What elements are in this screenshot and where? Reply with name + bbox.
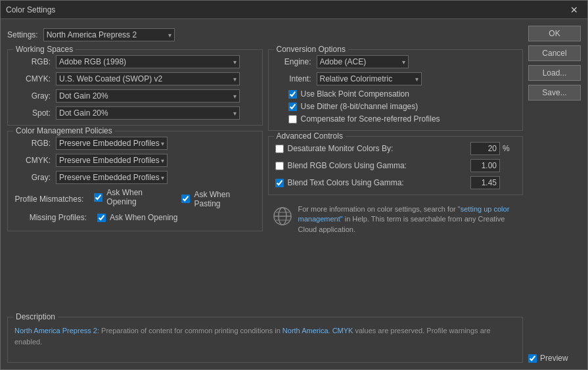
close-button[interactable]: ✕ bbox=[566, 3, 582, 16]
cm-cmyk-row: CMYK: Preserve Embedded Profiles bbox=[14, 154, 256, 167]
cancel-button[interactable]: Cancel bbox=[528, 45, 581, 61]
preview-checkbox[interactable] bbox=[528, 354, 537, 363]
ask-pasting-text: Ask When Pasting bbox=[194, 190, 255, 208]
blend-text-row: Blend Text Colors Using Gamma: bbox=[275, 176, 516, 189]
cm-gray-label: Gray: bbox=[14, 173, 51, 182]
missing-label: Missing Profiles: bbox=[14, 213, 87, 222]
dither-checkbox[interactable] bbox=[288, 103, 297, 111]
advanced-group: Advanced Controls Desaturate Monitor Col… bbox=[268, 136, 524, 195]
dialog-body: Settings: North America Prepress 2 Worki… bbox=[1, 19, 587, 369]
description-title: Description bbox=[13, 312, 58, 321]
color-management-title: Color Management Policies bbox=[13, 126, 115, 135]
ask-opening-mismatch-checkbox[interactable] bbox=[94, 193, 102, 202]
black-point-label: Use Black Point Compensation bbox=[301, 89, 409, 99]
ask-opening-mismatch-label[interactable]: Ask When Opening bbox=[94, 188, 171, 206]
missing-opening-text: Ask When Opening bbox=[110, 213, 177, 222]
info-box: For more information on color settings, … bbox=[268, 200, 524, 239]
scene-referred-row: Compensate for Scene-referred Profiles bbox=[288, 114, 516, 124]
spot-label: Spot: bbox=[14, 108, 51, 118]
blend-rgb-row: Blend RGB Colors Using Gamma: bbox=[275, 159, 516, 172]
cm-gray-select-wrapper: Preserve Embedded Profiles bbox=[56, 171, 168, 184]
cmyk-select[interactable]: U.S. Web Coated (SWOP) v2 bbox=[56, 72, 240, 85]
cm-rgb-select-wrapper: Preserve Embedded Profiles bbox=[56, 137, 168, 150]
blend-rgb-checkbox[interactable] bbox=[275, 162, 284, 170]
ask-pasting-label[interactable]: Ask When Pasting bbox=[181, 190, 255, 208]
description-box: Description North America Prepress 2: Pr… bbox=[7, 317, 523, 363]
dialog-title: Color Settings bbox=[6, 5, 55, 14]
ask-opening-mismatch-text: Ask When Opening bbox=[106, 188, 171, 206]
spot-select-wrapper: Dot Gain 20% bbox=[56, 106, 240, 120]
desaturate-row: Desaturate Monitor Colors By: % bbox=[275, 142, 516, 155]
cmyk-select-wrapper: U.S. Web Coated (SWOP) v2 bbox=[56, 72, 240, 85]
cm-cmyk-label: CMYK: bbox=[14, 156, 51, 165]
main-content: Settings: North America Prepress 2 Worki… bbox=[7, 26, 523, 363]
title-bar: Color Settings ✕ bbox=[1, 1, 587, 19]
gray-select-wrapper: Dot Gain 20% bbox=[56, 89, 240, 103]
working-spaces-title: Working Spaces bbox=[13, 45, 76, 54]
engine-label: Engine: bbox=[275, 57, 311, 66]
desaturate-unit: % bbox=[503, 144, 516, 153]
engine-select[interactable]: Adobe (ACE) bbox=[317, 55, 409, 68]
desaturate-input[interactable] bbox=[470, 142, 500, 155]
settings-select[interactable]: North America Prepress 2 bbox=[43, 28, 175, 41]
black-point-row: Use Black Point Compensation bbox=[288, 89, 516, 99]
missing-row: Missing Profiles: Ask When Opening bbox=[14, 213, 256, 222]
ok-button[interactable]: OK bbox=[528, 26, 581, 41]
cm-rgb-row: RGB: Preserve Embedded Profiles bbox=[14, 137, 256, 150]
cm-rgb-select[interactable]: Preserve Embedded Profiles bbox=[56, 137, 168, 150]
engine-row: Engine: Adobe (ACE) bbox=[275, 55, 516, 68]
load-button[interactable]: Load... bbox=[528, 65, 581, 81]
blend-text-input[interactable] bbox=[470, 176, 500, 189]
intent-select[interactable]: Relative Colorimetric bbox=[317, 72, 422, 85]
black-point-checkbox[interactable] bbox=[288, 90, 297, 99]
globe-icon bbox=[272, 206, 293, 227]
missing-opening-checkbox[interactable] bbox=[97, 214, 106, 222]
intent-select-wrapper: Relative Colorimetric bbox=[317, 72, 422, 85]
mismatch-row: Profile Mismatches: Ask When Opening Ask… bbox=[14, 188, 256, 210]
save-button[interactable]: Save... bbox=[528, 85, 581, 101]
preview-row: Preview bbox=[528, 354, 581, 363]
panel-right: Conversion Options Engine: Adobe (ACE) I… bbox=[268, 49, 524, 312]
gray-label: Gray: bbox=[14, 91, 51, 101]
settings-label: Settings: bbox=[7, 30, 38, 39]
gray-select[interactable]: Dot Gain 20% bbox=[56, 89, 240, 103]
panels-row: Working Spaces RGB: Adobe RGB (1998) CMY… bbox=[7, 49, 523, 312]
cm-gray-row: Gray: Preserve Embedded Profiles bbox=[14, 171, 256, 184]
panel-left: Working Spaces RGB: Adobe RGB (1998) CMY… bbox=[7, 49, 263, 312]
blend-rgb-input[interactable] bbox=[470, 159, 500, 172]
settings-row: Settings: North America Prepress 2 bbox=[7, 26, 523, 44]
sidebar-buttons: OK Cancel Load... Save... Preview bbox=[528, 26, 581, 363]
color-settings-dialog: Color Settings ✕ Settings: North America… bbox=[0, 0, 588, 370]
desaturate-label: Desaturate Monitor Colors By: bbox=[288, 144, 471, 153]
cm-gray-select[interactable]: Preserve Embedded Profiles bbox=[56, 171, 168, 184]
rgb-row: RGB: Adobe RGB (1998) bbox=[14, 55, 256, 68]
dither-row: Use Dither (8-bit/channel images) bbox=[288, 102, 516, 111]
spot-select[interactable]: Dot Gain 20% bbox=[56, 106, 240, 120]
advanced-title: Advanced Controls bbox=[274, 131, 346, 141]
rgb-select-wrapper: Adobe RGB (1998) bbox=[56, 55, 240, 68]
dither-label: Use Dither (8-bit/channel images) bbox=[301, 102, 418, 111]
cmyk-row: CMYK: U.S. Web Coated (SWOP) v2 bbox=[14, 72, 256, 85]
scene-referred-label: Compensate for Scene-referred Profiles bbox=[301, 114, 440, 124]
rgb-select[interactable]: Adobe RGB (1998) bbox=[56, 55, 240, 68]
conversion-title: Conversion Options bbox=[274, 45, 348, 54]
mismatch-label: Profile Mismatches: bbox=[14, 195, 83, 204]
cm-cmyk-select-wrapper: Preserve Embedded Profiles bbox=[56, 154, 168, 167]
scene-referred-checkbox[interactable] bbox=[288, 115, 297, 124]
cm-rgb-label: RGB: bbox=[14, 139, 51, 148]
info-text: For more information on color settings, … bbox=[298, 204, 520, 235]
engine-select-wrapper: Adobe (ACE) bbox=[317, 55, 409, 68]
ask-pasting-checkbox[interactable] bbox=[181, 195, 190, 203]
color-management-group: Color Management Policies RGB: Preserve … bbox=[7, 131, 263, 231]
working-spaces-group: Working Spaces RGB: Adobe RGB (1998) CMY… bbox=[7, 49, 263, 126]
blend-text-checkbox[interactable] bbox=[275, 179, 284, 187]
desaturate-checkbox[interactable] bbox=[275, 145, 284, 153]
settings-select-wrapper: North America Prepress 2 bbox=[43, 28, 175, 41]
cm-cmyk-select[interactable]: Preserve Embedded Profiles bbox=[56, 154, 168, 167]
cmyk-label: CMYK: bbox=[14, 74, 51, 83]
description-text: North America Prepress 2: Preparation of… bbox=[14, 325, 516, 347]
conversion-group: Conversion Options Engine: Adobe (ACE) I… bbox=[268, 49, 524, 131]
missing-opening-label[interactable]: Ask When Opening bbox=[97, 213, 177, 222]
blend-text-label: Blend Text Colors Using Gamma: bbox=[288, 178, 471, 187]
gray-row: Gray: Dot Gain 20% bbox=[14, 89, 256, 103]
